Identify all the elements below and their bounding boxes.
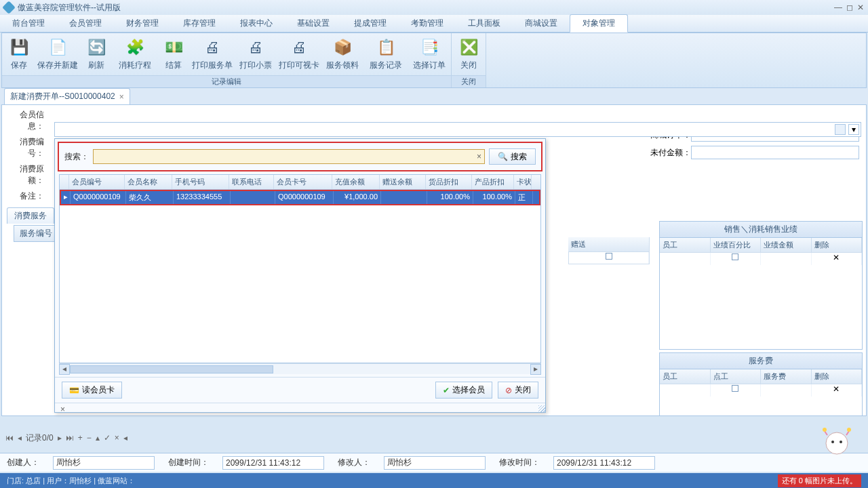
nav-first-icon[interactable]: ⏮ [5,433,14,443]
ribbon-btn-8[interactable]: 📦服务领料 [321,33,364,75]
checkbox-icon[interactable] [732,385,738,392]
clear-icon[interactable]: × [477,152,481,161]
nav-prev-icon[interactable]: ◂ [18,433,22,443]
nav-next-icon[interactable]: ▸ [58,433,62,443]
ribbon-btn-2[interactable]: 🔄刷新 [79,33,113,75]
menu-0[interactable]: 前台管理 [0,15,57,32]
nav-add-icon[interactable]: + [78,433,83,443]
panel-title: 销售＼消耗销售业绩 [660,222,862,238]
col-header: 删除 [812,238,863,252]
ribbon-btn-9[interactable]: 📋服务记录 [364,33,408,75]
col-header[interactable]: 产品折扣 [472,175,514,189]
close-icon: ❎ [458,38,479,57]
checkbox-icon[interactable] [606,253,612,260]
menu-3[interactable]: 库存管理 [171,15,228,32]
table-row[interactable]: ▸Q0000000109柴久久13233334555Q0000000109¥1,… [60,190,540,205]
scroll-right-icon[interactable]: ▸ [530,364,541,375]
ribbon-icon: 📦 [332,38,353,57]
ribbon-btn-10[interactable]: 📑选择订单 [408,33,451,75]
col-header: 业绩百分比 [711,238,762,252]
checkbox-icon[interactable] [732,253,738,260]
resize-grip-icon[interactable] [538,405,545,412]
ribbon-icon: 📑 [419,38,439,57]
nav-check-icon[interactable]: ✓ [104,433,111,443]
dropdown-icon[interactable]: ▾ [848,124,859,135]
search-input[interactable]: × [93,149,485,164]
tab-consume-order[interactable]: 新建消费开单--S0010000402 × [4,88,130,104]
modify-time-field: 2099/12/31 11:43:12 [553,456,655,470]
col-header: 员工 [660,369,711,384]
horizontal-scrollbar[interactable]: ◂ ▸ [59,363,541,374]
search-button[interactable]: 🔍 搜索 [489,148,536,165]
member-info-field[interactable]: ▾ [54,122,861,137]
ribbon-btn-1[interactable]: 📄保存并新建 [36,33,79,75]
menubar: 前台管理会员管理财务管理库存管理报表中心基础设置提成管理考勤管理工具面板商城设置… [0,15,868,33]
nav-last-icon[interactable]: ⏭ [66,433,74,443]
menu-7[interactable]: 考勤管理 [399,15,456,32]
card-icon[interactable] [835,124,846,135]
member-grid[interactable]: 会员编号会员名称手机号码联系电话会员卡号充值余额赠送余额货品折扣产品折扣卡状 ▸… [59,174,541,363]
menu-8[interactable]: 工具面板 [456,15,513,32]
ribbon-icon: 💾 [9,38,29,57]
nav-cancel-icon[interactable]: × [115,433,119,443]
menu-9[interactable]: 商城设置 [513,15,570,32]
record-counter: 记录0/0 [26,432,54,444]
col-header[interactable]: 货品折扣 [426,175,472,189]
ribbon-icon: 🔄 [86,38,106,57]
nav-more-icon[interactable]: ◂ [123,433,127,443]
col-header: 删除 [812,369,863,384]
label-consume-amt: 消费原额： [6,163,44,186]
col-header[interactable]: 卡状 [514,175,532,189]
ribbon-icon: 🧩 [125,38,145,57]
nav-edit-icon[interactable]: ▴ [96,433,100,443]
menu-4[interactable]: 报表中心 [228,15,285,32]
footer-bar: 创建人：周怡杉 创建时间：2099/12/31 11:43:12 修改人：周怡杉… [0,453,868,472]
menu-1[interactable]: 会员管理 [57,15,114,32]
ribbon-btn-3[interactable]: 🧩消耗疗程 [113,33,157,75]
record-navigator: ⏮ ◂ 记录0/0 ▸ ⏭ + − ▴ ✓ × ◂ [5,431,127,445]
status-upload: 还有 0 幅图片未上传。 [778,474,861,487]
menu-10[interactable]: 对象管理 [570,14,628,33]
unpaid-field[interactable] [691,146,859,159]
svg-point-1 [831,441,834,443]
search-label: 搜索： [64,151,89,163]
read-card-button[interactable]: 💳 读会员卡 [62,382,122,399]
menu-2[interactable]: 财务管理 [114,15,171,32]
ribbon-btn-7[interactable]: 🖨打印可视卡 [277,33,321,75]
col-header[interactable]: 赠送余额 [380,175,426,189]
ribbon-icon: 📋 [376,38,396,57]
status-left: 门店: 总店 | 用户：周怡杉 | 傲蓝网站： [7,476,135,486]
nav-remove-icon[interactable]: − [87,433,92,443]
popup-close-button[interactable]: ⊘ 关闭 [498,382,538,399]
svg-point-4 [847,428,851,432]
close-icon[interactable]: ✕ [857,3,864,12]
ribbon-icon: 📄 [47,38,68,57]
ribbon: 💾保存📄保存并新建🔄刷新🧩消耗疗程💵结算🖨打印服务单🖨打印小票🖨打印可视卡📦服务… [1,33,867,88]
col-header[interactable]: 会员编号 [69,175,125,189]
select-member-button[interactable]: ✔ 选择会员 [435,382,492,399]
scroll-thumb[interactable] [70,365,273,373]
ribbon-close-button[interactable]: ❎关闭 [452,33,486,75]
label-member-info: 会员信息： [6,109,44,132]
menu-5[interactable]: 基础设置 [285,15,342,32]
ribbon-icon: 💵 [163,38,184,57]
col-header[interactable]: 会员名称 [125,175,172,189]
col-header[interactable]: 会员卡号 [274,175,332,189]
col-header[interactable]: 充值余额 [332,175,380,189]
panel-service-fee: 服务费 员工点工服务费删除 ✕ [659,352,863,416]
scroll-left-icon[interactable]: ◂ [59,364,70,375]
maximize-icon[interactable]: ◻ [846,3,853,12]
col-header[interactable]: 联系电话 [229,175,274,189]
ribbon-icon: 🖨 [202,38,222,57]
ribbon-group-label: 记录编辑 [2,75,451,87]
ribbon-btn-5[interactable]: 🖨打印服务单 [191,33,234,75]
tab-close-icon[interactable]: × [119,92,124,102]
col-header[interactable]: 手机号码 [172,175,229,189]
ribbon-btn-6[interactable]: 🖨打印小票 [234,33,277,75]
ribbon-btn-4[interactable]: 💵结算 [157,33,191,75]
menu-6[interactable]: 提成管理 [342,15,399,32]
tab-consume-service[interactable]: 消费服务 [7,207,54,224]
ribbon-btn-0[interactable]: 💾保存 [2,33,36,75]
minimize-icon[interactable]: — [834,3,842,12]
app-logo-icon [2,1,16,14]
